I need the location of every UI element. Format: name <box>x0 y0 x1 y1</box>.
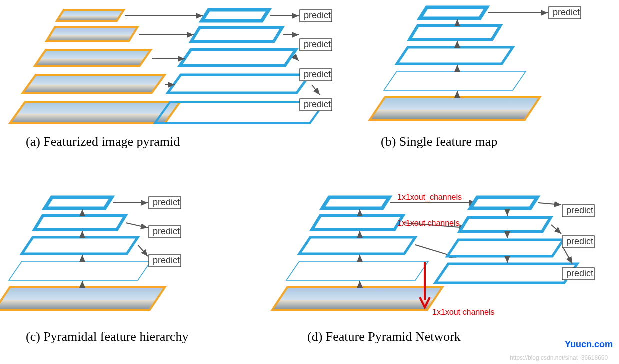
annotation-d3: 1x1xout channels <box>432 308 495 316</box>
watermark-csdn: https://blog.csdn.net/sinat_36618660 <box>510 354 608 362</box>
predict-a1: predict <box>270 10 332 22</box>
caption-b: (b) Single feature map <box>381 134 498 149</box>
predict-a3: predict <box>296 58 332 81</box>
caption-d: (d) Feature Pyramid Network <box>308 330 461 344</box>
svg-line-52 <box>564 248 572 264</box>
svg-text:predict: predict <box>153 226 180 236</box>
predict-b: predict <box>488 7 581 19</box>
panel-a: predict predict predict predict (a) Feat… <box>10 10 332 149</box>
svg-line-46 <box>538 203 562 205</box>
svg-line-49 <box>552 225 562 234</box>
panel-c: predict predict predict (c) Pyramidal fe… <box>0 197 189 344</box>
svg-line-13 <box>312 85 320 95</box>
caption-a: (a) Featurized image pyramid <box>26 134 180 149</box>
annotation-d2: 1x1xout channels <box>398 219 460 228</box>
predict-c2: predict <box>126 223 181 238</box>
svg-text:predict: predict <box>153 198 180 208</box>
svg-text:predict: predict <box>304 100 331 110</box>
panel-b: predict (b) Single feature map <box>370 7 581 149</box>
watermark-yuucn: Yuucn.com <box>565 340 613 350</box>
predict-d1: predict <box>538 203 594 217</box>
svg-text:predict: predict <box>153 256 180 266</box>
svg-line-33 <box>138 245 148 256</box>
fpn-comparison-figure: predict predict predict predict (a) Feat… <box>0 0 619 364</box>
svg-text:predict: predict <box>566 206 594 216</box>
svg-line-10 <box>296 58 299 61</box>
annotation-d1: 1x1xout_channels <box>398 193 462 202</box>
caption-c: (c) Pyramidal feature hierarchy <box>26 330 189 344</box>
svg-text:predict: predict <box>566 236 594 246</box>
predict-a4: predict <box>300 85 332 111</box>
svg-text:predict: predict <box>304 10 331 20</box>
svg-text:predict: predict <box>553 8 580 18</box>
svg-text:predict: predict <box>566 268 594 278</box>
svg-text:predict: predict <box>304 70 331 80</box>
predict-c1: predict <box>113 197 181 209</box>
svg-line-30 <box>126 223 148 228</box>
panel-d: 1x1xout_channels 1x1xout channels predic… <box>272 193 594 344</box>
svg-text:predict: predict <box>304 40 331 50</box>
